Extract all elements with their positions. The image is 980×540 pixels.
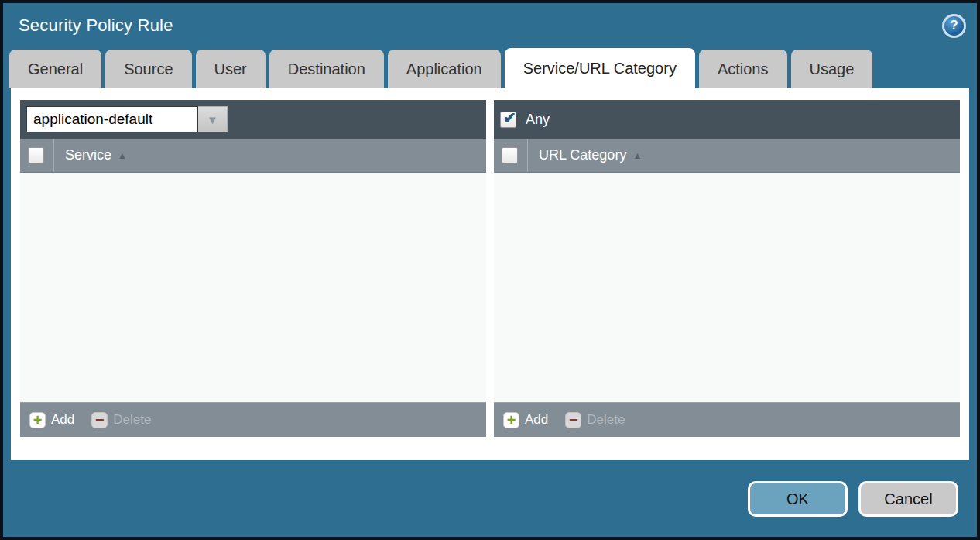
dialog-title: Security Policy Rule — [19, 15, 173, 36]
tab-source[interactable]: Source — [105, 50, 191, 88]
panels-row: application-default ▼ Service ▲ — [20, 100, 960, 437]
sort-ascending-icon[interactable]: ▲ — [118, 150, 127, 161]
url-category-delete-button[interactable]: − Delete — [565, 412, 625, 428]
url-category-select-all-cell — [502, 139, 528, 172]
service-delete-button[interactable]: − Delete — [91, 412, 151, 428]
check-icon: ✔ — [503, 110, 516, 126]
help-icon-glyph: ? — [950, 18, 958, 33]
delete-icon: − — [91, 412, 108, 428]
url-category-panel-topbar: ✔ Any — [494, 100, 960, 139]
tab-application[interactable]: Application — [388, 50, 501, 88]
url-category-list-body[interactable] — [494, 173, 960, 402]
tab-actions[interactable]: Actions — [699, 50, 787, 88]
add-icon: + — [503, 412, 519, 428]
add-icon: + — [29, 412, 46, 428]
url-category-panel: ✔ Any URL Category ▲ + Add — [494, 100, 960, 437]
service-select-all-checkbox[interactable] — [28, 147, 44, 163]
service-column-label[interactable]: Service — [65, 147, 111, 163]
service-select-all-cell — [28, 139, 54, 172]
service-panel-footer: + Add − Delete — [20, 402, 486, 437]
tab-bar: GeneralSourceUserDestinationApplicationS… — [3, 48, 977, 88]
url-category-any-checkbox[interactable]: ✔ — [500, 112, 516, 128]
cancel-button[interactable]: Cancel — [858, 481, 958, 517]
url-category-add-label: Add — [525, 412, 548, 428]
ok-button[interactable]: OK — [748, 481, 848, 517]
title-bar: Security Policy Rule ? — [3, 3, 977, 48]
service-add-label: Add — [51, 412, 74, 428]
url-category-select-all-checkbox[interactable] — [502, 147, 518, 163]
tab-destination[interactable]: Destination — [269, 50, 384, 88]
service-panel-topbar: application-default ▼ — [20, 100, 486, 139]
delete-icon: − — [565, 412, 581, 428]
url-category-any-label: Any — [526, 112, 550, 128]
url-category-column-label[interactable]: URL Category — [539, 147, 626, 163]
service-type-dropdown-value[interactable]: application-default — [26, 106, 198, 132]
tab-general[interactable]: General — [9, 50, 101, 88]
dialog-footer: OK Cancel — [3, 460, 977, 537]
security-policy-rule-dialog: Security Policy Rule ? GeneralSourceUser… — [0, 0, 980, 540]
tab-usage[interactable]: Usage — [791, 50, 873, 88]
service-delete-label: Delete — [113, 412, 151, 428]
url-category-column-header: URL Category ▲ — [494, 139, 960, 173]
service-column-header: Service ▲ — [20, 139, 486, 173]
content-area: application-default ▼ Service ▲ — [11, 88, 969, 460]
chevron-down-icon: ▼ — [207, 114, 218, 126]
help-icon[interactable]: ? — [942, 14, 966, 38]
url-category-delete-label: Delete — [587, 412, 625, 428]
service-panel: application-default ▼ Service ▲ — [20, 100, 486, 437]
url-category-add-button[interactable]: + Add — [503, 412, 548, 428]
url-category-panel-footer: + Add − Delete — [494, 402, 960, 437]
service-type-dropdown[interactable]: application-default ▼ — [26, 106, 228, 132]
service-list-body[interactable] — [20, 173, 486, 402]
tab-user[interactable]: User — [196, 50, 266, 88]
sort-ascending-icon[interactable]: ▲ — [632, 150, 642, 161]
service-add-button[interactable]: + Add — [29, 412, 74, 428]
service-type-dropdown-button[interactable]: ▼ — [198, 106, 228, 132]
tab-service-url-category[interactable]: Service/URL Category — [505, 48, 695, 88]
